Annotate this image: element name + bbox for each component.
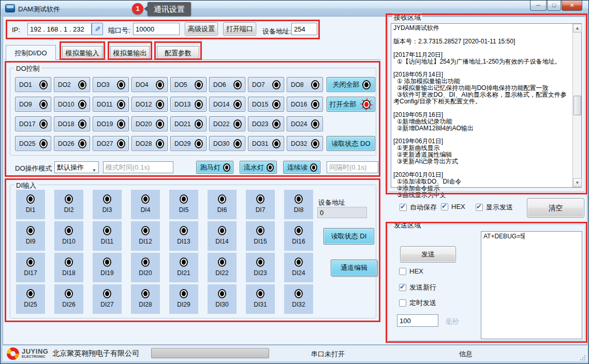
do-channel-button[interactable]: DO15 <box>248 97 284 112</box>
do-channel-label: DO4 <box>136 81 149 88</box>
timed-send-checkbox[interactable]: ✔定时发送 <box>399 298 436 308</box>
tab-control-di-do[interactable]: 控制DI/DO <box>6 45 56 60</box>
led-icon <box>273 81 279 88</box>
di-channel-indicator: DI17 <box>16 253 45 282</box>
di-device-address-input[interactable] <box>317 207 367 218</box>
show-send-checkbox[interactable]: ✔显示发送 <box>476 203 513 212</box>
marquee-light-button[interactable]: 跑马灯 <box>196 161 233 174</box>
open-all-button[interactable]: 打开全部 <box>327 97 375 112</box>
di-channel-label: DI17 <box>24 269 37 277</box>
di-channel-indicator: DI14 <box>208 221 237 251</box>
led-icon <box>268 164 273 171</box>
do-channel-button[interactable]: DO4 <box>131 77 168 92</box>
tab-config-params[interactable]: 配置参数 <box>157 46 199 60</box>
do-channel-button[interactable]: DO14 <box>209 97 245 112</box>
do-channel-button[interactable]: DO25 <box>15 136 51 151</box>
led-icon <box>142 195 149 203</box>
do-channel-button[interactable]: DO22 <box>209 116 245 131</box>
do-channel-button[interactable]: DO9 <box>15 97 51 112</box>
do-channel-button[interactable]: DO31 <box>248 136 284 151</box>
minimize-button[interactable]: ─ <box>530 1 547 11</box>
open-all-label: 打开全部 <box>330 100 357 109</box>
do-channel-button[interactable]: DO10 <box>54 97 90 112</box>
do-channel-button[interactable]: DO26 <box>54 136 90 151</box>
do-channel-button[interactable]: DO2 <box>54 77 90 92</box>
maximize-button[interactable]: □ <box>547 1 561 11</box>
send-button[interactable]: 发送 <box>400 246 456 263</box>
do-channel-button[interactable]: DO17 <box>15 116 51 131</box>
led-icon <box>196 81 202 88</box>
close-all-button[interactable]: 关闭全部 <box>327 77 375 92</box>
di-channel-label: DI7 <box>256 206 266 214</box>
close-button[interactable]: ✕ <box>562 1 582 11</box>
channel-edit-button[interactable]: 通道编辑 <box>331 260 377 276</box>
do-channel-button[interactable]: DO24 <box>287 116 323 131</box>
ip-input[interactable] <box>27 23 92 35</box>
do-channel-button[interactable]: DO1 <box>15 77 51 92</box>
receive-scrollbar[interactable]: ▲ ▼ <box>572 24 581 187</box>
send-interval-input[interactable] <box>397 314 438 327</box>
do-channel-button[interactable]: DO11 <box>93 97 129 112</box>
led-icon <box>157 81 163 88</box>
tab-analog-output[interactable]: 模拟量输出 <box>110 46 150 60</box>
do-channel-button[interactable]: DO13 <box>170 97 207 112</box>
autosave-checkbox[interactable]: ✔自动保存 <box>400 203 437 212</box>
di-channel-label: DI18 <box>62 269 75 277</box>
do-channel-label: DO21 <box>174 120 190 128</box>
do-channel-button[interactable]: DO30 <box>209 136 245 151</box>
do-channel-button[interactable]: DO28 <box>131 136 168 151</box>
send-textarea[interactable]: AT+DEBUG=5 <box>481 231 582 339</box>
interval-time-input[interactable] <box>327 161 378 173</box>
read-di-status-button[interactable]: 读取状态 DI <box>323 228 374 245</box>
scrollbar-thumb[interactable] <box>573 96 581 115</box>
flow-light-button[interactable]: 流水灯 <box>240 161 277 174</box>
di-channel-indicator: DI4 <box>131 190 160 219</box>
advanced-settings-button[interactable]: 高级设置 <box>185 22 218 36</box>
send-newline-checkbox[interactable]: ✔发送新行 <box>399 283 436 292</box>
autosave-label: 自动保存 <box>410 203 437 211</box>
di-channel-label: DI8 <box>294 206 304 214</box>
di-channel-label: DI14 <box>215 238 228 245</box>
do-channel-label: DO32 <box>291 140 307 147</box>
scroll-up-icon[interactable]: ▲ <box>573 24 582 33</box>
do-channel-button[interactable]: DO29 <box>170 136 207 151</box>
do-group-title: DO控制 <box>14 64 41 73</box>
led-icon <box>257 290 263 297</box>
resize-grip[interactable] <box>579 354 585 360</box>
tab-analog-input[interactable]: 模拟量输入 <box>62 46 102 60</box>
do-channel-button[interactable]: DO20 <box>131 116 168 131</box>
do-channel-button[interactable]: DO23 <box>248 116 284 131</box>
do-channel-button[interactable]: DO6 <box>209 77 245 92</box>
do-channel-button[interactable]: DO12 <box>131 97 168 112</box>
receive-textarea[interactable]: JYDAM调试软件 版本号：2.3.7315.28527 [2020-01-11… <box>391 23 582 188</box>
led-icon <box>196 101 202 108</box>
show-send-label: 显示发送 <box>486 203 513 211</box>
device-address-input[interactable] <box>291 23 317 35</box>
send-hex-label: HEX <box>409 267 423 275</box>
do-channel-button[interactable]: DO8 <box>287 77 323 92</box>
do-channel-button[interactable]: DO5 <box>170 77 207 92</box>
send-hex-checkbox[interactable]: ✔HEX <box>399 267 423 276</box>
do-channel-button[interactable]: DO19 <box>93 116 129 131</box>
scroll-down-icon[interactable]: ▼ <box>573 178 582 187</box>
do-channel-button[interactable]: DO18 <box>54 116 90 131</box>
port-input[interactable] <box>133 23 180 35</box>
led-icon <box>234 81 241 88</box>
do-mode-select[interactable]: 默认操作 ▼ <box>54 161 99 173</box>
clear-button[interactable]: 清空 <box>527 198 584 218</box>
read-do-status-button[interactable]: 读取状态 DO <box>327 136 375 151</box>
do-channel-button[interactable]: DO27 <box>93 136 129 151</box>
led-icon <box>157 101 163 108</box>
do-channel-button[interactable]: DO3 <box>93 77 129 92</box>
edit-ip-button[interactable]: ✎ <box>92 23 103 35</box>
do-channel-button[interactable]: DO7 <box>248 77 284 92</box>
mode-time-input[interactable] <box>103 161 173 173</box>
open-port-button[interactable]: 打开端口 <box>223 22 256 36</box>
do-channel-button[interactable]: DO16 <box>287 97 323 112</box>
di-channel-indicator: DI26 <box>54 284 83 314</box>
milliseconds-label: 毫秒 <box>446 317 459 326</box>
do-channel-button[interactable]: DO32 <box>287 136 323 151</box>
do-channel-button[interactable]: DO21 <box>170 116 207 131</box>
continuous-read-button[interactable]: 连续读 <box>283 161 320 174</box>
rx-hex-checkbox[interactable]: ✔HEX <box>441 203 465 211</box>
